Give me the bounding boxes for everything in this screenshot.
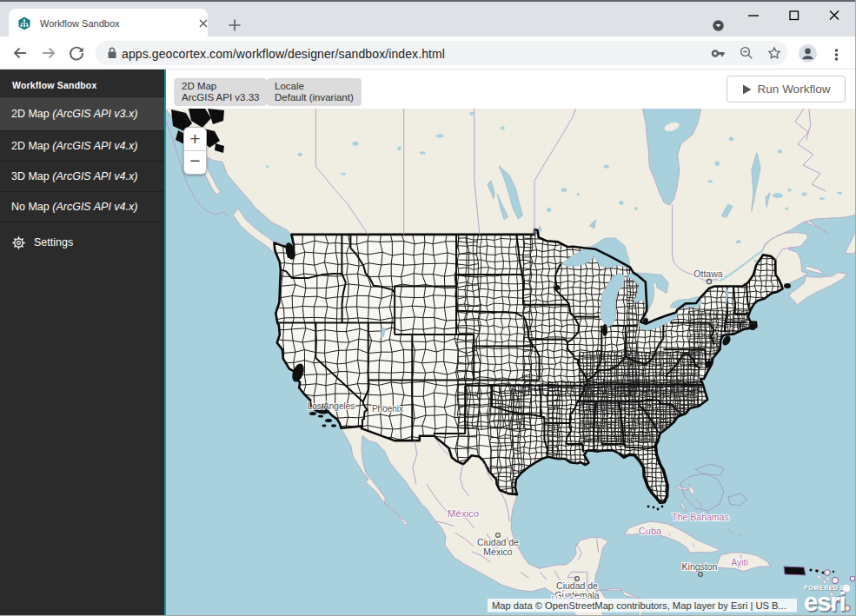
svg-text:Cuba: Cuba: [639, 526, 662, 536]
svg-text:Los Angeles: Los Angeles: [308, 401, 355, 411]
svg-text:Phoenix: Phoenix: [372, 404, 403, 414]
svg-text:esri: esri: [804, 588, 846, 616]
svg-text:Ottawa: Ottawa: [693, 268, 722, 279]
svg-text:Kingston: Kingston: [682, 561, 718, 572]
svg-text:The Bahamas: The Bahamas: [672, 512, 728, 522]
svg-text:México: México: [448, 508, 479, 519]
svg-text:Map data © OpenStreetMap contr: Map data © OpenStreetMap contributors, M…: [492, 600, 786, 611]
svg-text:Ayiti: Ayiti: [731, 557, 748, 567]
svg-text:México: México: [483, 546, 512, 557]
